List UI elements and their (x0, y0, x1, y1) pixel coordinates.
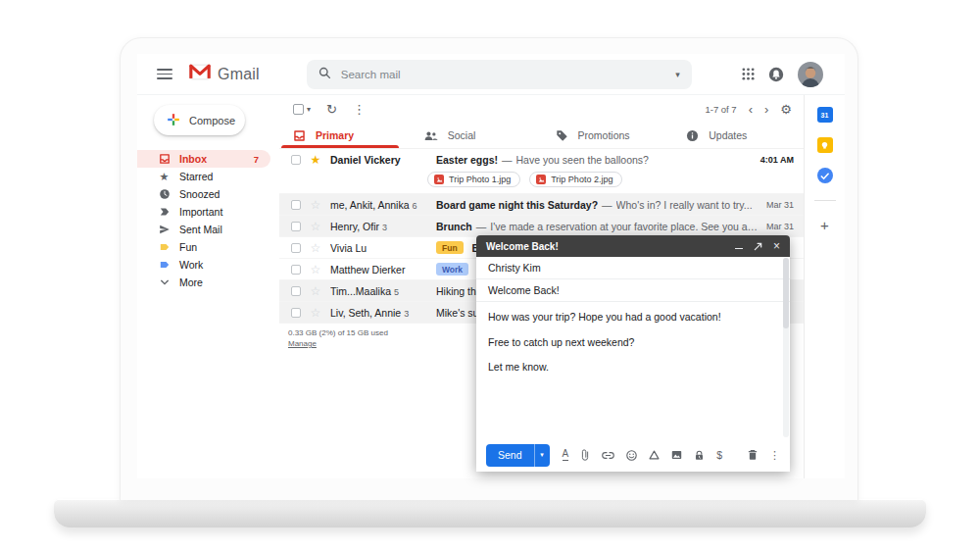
star-icon[interactable]: ☆ (309, 199, 322, 211)
pagination-label: 1-7 of 7 (705, 104, 736, 115)
tab-promotions[interactable]: Promotions (542, 123, 673, 148)
send-options-icon[interactable]: ▾ (534, 444, 550, 467)
formatting-options-icon[interactable]: A (563, 449, 569, 461)
email-from: Henry, Ofir3 (330, 221, 428, 232)
tab-updates[interactable]: Updates (672, 123, 804, 148)
keep-icon[interactable] (817, 137, 833, 153)
avatar[interactable] (798, 62, 823, 87)
sidebar-item-work[interactable]: Work (137, 256, 270, 274)
tab-social[interactable]: Social (411, 123, 542, 148)
insert-photo-icon[interactable] (671, 450, 682, 460)
star-icon[interactable]: ★ (309, 154, 322, 166)
email-from: Matthew Dierker (330, 264, 428, 276)
gmail-logo[interactable]: Gmail (189, 64, 260, 84)
compose-header[interactable]: Welcome Back! × (476, 235, 790, 257)
rail-divider (814, 200, 836, 201)
attachment-chip[interactable]: Trip Photo 2.jpg (529, 172, 622, 187)
search-options-icon[interactable]: ▾ (675, 70, 680, 79)
sidebar-item-inbox[interactable]: Inbox 7 (137, 150, 270, 168)
list-toolbar: ▾ ↻ ⋮ 1-7 of 7 ‹ › ⚙ (279, 95, 804, 123)
notifications-bell-icon[interactable] (768, 67, 784, 82)
email-checkbox[interactable] (291, 155, 301, 165)
email-checkbox[interactable] (291, 243, 301, 253)
more-vert-icon[interactable]: ⋮ (353, 103, 366, 116)
image-attachment-icon (536, 175, 546, 184)
select-all-checkbox[interactable] (293, 104, 304, 115)
main-menu-icon[interactable] (157, 69, 172, 79)
older-page-icon[interactable]: › (764, 103, 768, 116)
email-from: Vivia Lu (330, 242, 428, 254)
email-from: Daniel Vickery (330, 154, 428, 166)
email-from: Tim...Maalika5 (330, 285, 428, 297)
people-icon (424, 129, 438, 142)
label-chip-fun[interactable]: Fun (436, 241, 464, 254)
compose-scrollbar[interactable] (783, 258, 789, 437)
search-bar[interactable]: ▾ (307, 60, 692, 89)
star-icon: ★ (158, 172, 171, 182)
email-snippet: I've made a reservation at your favorite… (490, 221, 759, 232)
email-row[interactable]: ☆ Henry, Ofir3 Brunch — I've made a rese… (279, 216, 804, 237)
email-checkbox[interactable] (291, 200, 301, 210)
newer-page-icon[interactable]: ‹ (749, 103, 753, 116)
compose-plus-icon (167, 113, 180, 128)
email-time: 4:01 AM (760, 155, 794, 165)
label-chip-work[interactable]: Work (436, 263, 468, 276)
sidebar-item-snoozed[interactable]: Snoozed (137, 185, 270, 203)
confidential-mode-icon[interactable] (694, 450, 705, 461)
more-options-icon[interactable]: ⋮ (769, 450, 780, 461)
star-icon[interactable]: ☆ (309, 221, 322, 232)
email-time: Mar 31 (766, 222, 794, 231)
minimize-icon[interactable] (735, 248, 743, 249)
sidebar-item-important[interactable]: Important (137, 203, 270, 221)
attach-file-icon[interactable] (580, 449, 590, 461)
settings-gear-icon[interactable]: ⚙ (780, 103, 792, 116)
email-row[interactable]: ★ Daniel Vickery Easter eggs! — Have you… (279, 149, 804, 194)
email-row[interactable]: ☆ me, Ankit, Annika6 Board game night th… (279, 194, 804, 216)
email-checkbox[interactable] (291, 265, 301, 275)
sidebar-item-sent[interactable]: Sent Mail (137, 221, 270, 238)
scrollbar-thumb[interactable] (783, 258, 789, 328)
compose-subject-field[interactable]: Welcome Back! (476, 279, 790, 302)
star-icon[interactable]: ☆ (309, 242, 322, 254)
send-icon (158, 224, 171, 235)
drive-icon[interactable] (649, 450, 660, 460)
laptop-base (54, 499, 926, 527)
close-icon[interactable]: × (773, 240, 780, 252)
sidebar-item-fun[interactable]: Fun (137, 238, 270, 256)
tag-icon (556, 129, 568, 142)
calendar-icon[interactable]: 31 (817, 107, 833, 123)
insert-link-icon[interactable] (602, 451, 614, 460)
popout-icon[interactable] (754, 242, 762, 251)
tasks-icon[interactable] (817, 168, 833, 183)
star-icon[interactable]: ☆ (309, 285, 322, 297)
manage-storage-link[interactable]: Manage (288, 339, 317, 348)
email-checkbox[interactable] (291, 286, 301, 296)
search-input[interactable] (341, 69, 675, 80)
apps-grid-icon[interactable] (742, 68, 755, 80)
sidebar-item-starred[interactable]: ★ Starred (137, 168, 270, 185)
compose-to-field[interactable]: Christy Kim (476, 257, 790, 279)
compose-body[interactable]: How was your trip? Hope you had a good v… (476, 302, 790, 438)
compose-button[interactable]: Compose (154, 105, 245, 135)
star-icon[interactable]: ☆ (309, 264, 322, 276)
add-ons-plus-icon[interactable]: + (820, 218, 829, 232)
insert-emoji-icon[interactable] (626, 450, 637, 461)
inbox-tabs: Primary Social Promotions (279, 123, 804, 149)
refresh-icon[interactable]: ↻ (326, 103, 337, 116)
attachment-chip[interactable]: Trip Photo 1.jpg (427, 172, 520, 187)
inbox-icon (158, 153, 171, 165)
email-checkbox[interactable] (291, 222, 301, 231)
compose-toolbar: Send ▾ A (476, 438, 790, 472)
email-checkbox[interactable] (291, 308, 301, 318)
discard-draft-icon[interactable] (748, 449, 758, 461)
email-snippet: Have you seen the balloons? (516, 154, 649, 166)
send-money-icon[interactable]: $ (716, 449, 722, 461)
email-subject: Easter eggs! (436, 154, 498, 166)
email-from: Liv, Seth, Annie3 (330, 307, 428, 319)
tab-primary[interactable]: Primary (279, 123, 411, 148)
send-button[interactable]: Send (486, 444, 534, 467)
star-icon[interactable]: ☆ (309, 307, 322, 319)
sidebar-item-more[interactable]: More (137, 274, 270, 291)
select-dropdown-icon[interactable]: ▾ (307, 105, 311, 114)
sidebar-nav: Inbox 7 ★ Starred Snoozed (137, 150, 279, 291)
